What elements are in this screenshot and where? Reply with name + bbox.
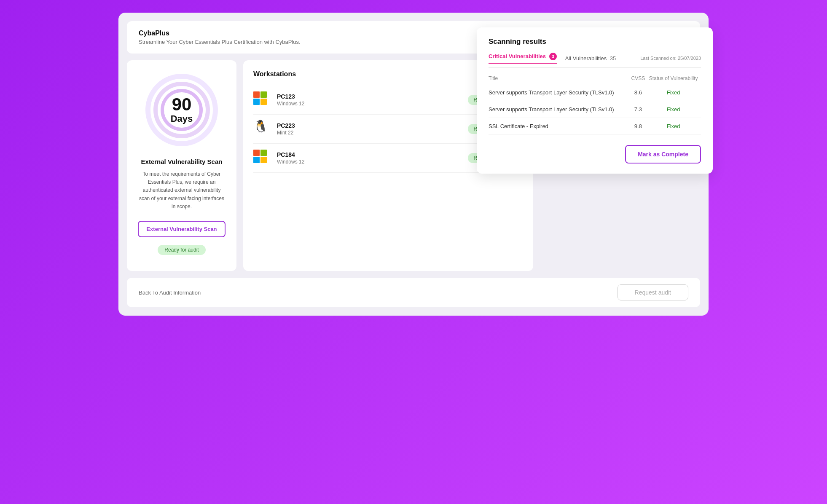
vuln-title-1: Server supports Transport Layer Security… (489, 84, 630, 101)
left-ready-badge: Ready for audit (158, 245, 205, 255)
device-info-1: PC123 Windows 12 (277, 93, 461, 107)
last-scanned-date: 25/07/2023 (678, 56, 701, 61)
vuln-cvss-1: 8.6 (630, 84, 646, 101)
scanning-results-card: Scanning results Critical Vulnerabilitie… (477, 27, 713, 174)
last-scanned-label: Last Scanned on: (640, 56, 677, 61)
critical-count-badge: 3 (549, 53, 557, 60)
vuln-cvss-2: 7.3 (630, 101, 646, 118)
linux-icon-2: 🐧 (253, 121, 270, 137)
windows-icon-3 (253, 150, 270, 166)
vuln-cvss-3: 9.8 (630, 118, 646, 135)
external-vulnerability-scan-button[interactable]: External Vulnerability Scan (138, 221, 225, 237)
all-count-badge: 35 (610, 55, 616, 62)
vuln-status-3: Fixed (646, 118, 701, 135)
main-container: CybaPlus Streamline Your Cyber Essential… (118, 13, 709, 316)
left-card: 90 Days External Vulnerability Scan To m… (127, 60, 236, 271)
vuln-table-header: Title CVSS Status of Vulnerability (489, 73, 701, 84)
vuln-title-2: Server supports Transport Layer Security… (489, 101, 630, 118)
device-info-3: PC184 Windows 12 (277, 151, 461, 165)
back-to-audit-link[interactable]: Back To Audit Information (139, 290, 201, 296)
vuln-status-1: Fixed (646, 84, 701, 101)
vuln-row-3: SSL Certificate - Expired 9.8 Fixed (489, 118, 701, 135)
vulnerability-tabs-row: Critical Vulnerabilities 3 All Vulnerabi… (489, 53, 701, 68)
windows-icon-1 (253, 91, 270, 108)
request-audit-button[interactable]: Request audit (618, 284, 688, 300)
tab-group: Critical Vulnerabilities 3 All Vulnerabi… (489, 53, 616, 64)
main-row: 90 Days External Vulnerability Scan To m… (127, 60, 700, 271)
tab-all-label: All Vulnerabilities (565, 55, 607, 62)
days-circle: 90 Days (144, 72, 220, 148)
vulnerability-table: Title CVSS Status of Vulnerability Serve… (489, 73, 701, 135)
device-name-3: PC184 (277, 151, 461, 158)
vuln-status-2: Fixed (646, 101, 701, 118)
mobile-devices-card: Mobile Devices (540, 60, 700, 123)
vuln-row-1: Server supports Transport Layer Security… (489, 84, 701, 101)
device-name-2: PC223 (277, 122, 461, 129)
col-cvss: CVSS (630, 73, 646, 84)
device-name-1: PC123 (277, 93, 461, 100)
col-status: Status of Vulnerability (646, 73, 701, 84)
device-info-2: PC223 Mint 22 (277, 122, 461, 136)
mark-complete-row: Mark as Complete (489, 145, 701, 164)
days-number: 90 (171, 96, 193, 113)
tab-all-vulnerabilities[interactable]: All Vulnerabilities 35 (565, 55, 616, 62)
device-os-3: Windows 12 (277, 159, 461, 165)
vuln-row-2: Server supports Transport Layer Security… (489, 101, 701, 118)
scan-description: To meet the requirements of Cyber Essent… (135, 170, 228, 211)
tab-critical-vulnerabilities[interactable]: Critical Vulnerabilities 3 (489, 53, 557, 64)
last-scanned-info: Last Scanned on: 25/07/2023 (640, 56, 701, 61)
days-text: 90 Days (171, 96, 193, 124)
device-os-1: Windows 12 (277, 101, 461, 107)
scanning-results-title: Scanning results (489, 38, 701, 46)
scan-title: External Vulnerability Scan (141, 158, 223, 165)
mark-as-complete-button[interactable]: Mark as Complete (625, 145, 701, 164)
footer-bar: Back To Audit Information Request audit (127, 278, 700, 307)
days-label: Days (171, 113, 193, 124)
col-title: Title (489, 73, 630, 84)
vuln-title-3: SSL Certificate - Expired (489, 118, 630, 135)
device-os-2: Mint 22 (277, 130, 461, 136)
tab-critical-label: Critical Vulnerabilities (489, 53, 546, 59)
